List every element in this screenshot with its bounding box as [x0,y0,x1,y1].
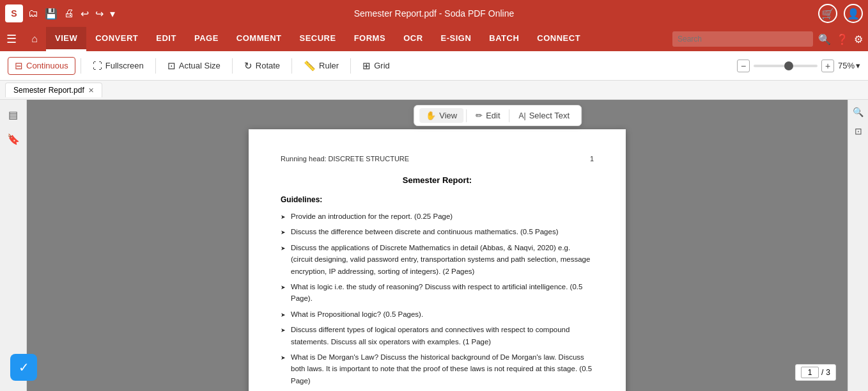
toolbar-divider-1 [81,58,81,74]
toolbar-divider-3 [232,58,233,74]
tab-label: Semester Report.pdf [13,86,84,95]
fullscreen-button[interactable]: ⛶ Fullscreen [86,58,150,74]
menu-item-batch[interactable]: BATCH [480,27,528,51]
continuous-label: Continuous [26,61,68,70]
zoom-out-button[interactable]: − [737,60,750,72]
zoom-level[interactable]: 75% ▾ [838,61,860,70]
zoom-controls: − + 75% ▾ [737,60,860,72]
hand-icon: ✋ [426,111,436,120]
list-item: What is Propositional logic? (0.5 Pages)… [281,308,594,320]
zoom-slider[interactable] [754,65,818,67]
menu-item-convert[interactable]: CONVERT [86,27,147,51]
pdf-section-guidelines: Guidelines: [281,195,594,204]
security-badge[interactable]: ✓ [10,354,37,381]
pdf-page: Running head: DISCRETE STRUCTURE 1 Semes… [249,129,626,391]
float-edit-label: Edit [486,111,500,120]
floating-toolbar: ✋ View ✏ Edit A| Select Text [414,105,582,126]
menu-item-page[interactable]: PAGE [185,27,228,51]
search-area: 🔍 ❓ ⚙ [667,27,868,51]
cart-icon[interactable]: 🛒 [818,4,837,23]
menu-item-forms[interactable]: FORMS [345,27,394,51]
help-icon[interactable]: ❓ [836,33,849,45]
rotate-button[interactable]: ↻ Rotate [238,58,286,74]
main-area: ▤ 🔖 ✋ View ✏ Edit A| Select Text Runnin [0,100,868,391]
print-icon[interactable]: 🖨 [64,8,74,19]
continuous-icon: ⊟ [15,60,23,72]
user-icon[interactable]: 👤 [844,4,863,23]
crop-panel-button[interactable]: ⊡ [851,124,865,138]
list-item: Discuss the difference between discrete … [281,226,594,237]
search-input[interactable] [672,31,813,47]
settings-icon[interactable]: ⚙ [854,33,863,45]
ruler-label: Ruler [319,61,339,70]
app-title: Semester Report.pdf - Soda PDF Online [354,8,515,19]
top-bar: S 🗂 💾 🖨 ↩ ↪ ▾ Semester Report.pdf - Soda… [0,0,868,27]
menu-bar: ☰ ⌂ VIEW CONVERT EDIT PAGE COMMENT SECUR… [0,27,868,51]
float-divider-2 [509,109,510,122]
total-pages: 3 [826,368,830,377]
app-logo[interactable]: S [5,4,23,22]
page-number-input[interactable] [801,367,819,378]
menu-item-view[interactable]: VIEW [46,27,86,51]
ruler-button[interactable]: 📏 Ruler [297,58,345,74]
shield-check-icon: ✓ [19,360,29,375]
fullscreen-label: Fullscreen [105,61,144,70]
rotate-icon: ↻ [244,60,252,72]
dropdown-icon[interactable]: ▾ [110,8,115,20]
float-view-label: View [439,111,457,120]
top-bar-right: 🛒 👤 [818,4,863,23]
save-icon[interactable]: 💾 [45,8,58,20]
actual-size-button[interactable]: ⊡ Actual Size [161,58,227,74]
toolbar-right: − + 75% ▾ [737,60,860,72]
right-panel: 🔍 ⊡ [848,100,868,391]
tab-bar: Semester Report.pdf ✕ [0,81,868,100]
list-item: What is De Morgan's Law? Discuss the his… [281,351,594,387]
tab-semester-report[interactable]: Semester Report.pdf ✕ [5,83,102,97]
pdf-running-head: Running head: DISCRETE STRUCTURE 1 [281,155,594,163]
rotate-label: Rotate [256,61,280,70]
toolbar-divider-4 [291,58,292,74]
search-icon[interactable]: 🔍 [818,33,831,45]
zoom-in-button[interactable]: + [821,60,834,72]
list-item: Discuss different types of logical opera… [281,324,594,347]
float-select-text-label: Select Text [529,111,570,120]
float-select-text-button[interactable]: A| Select Text [513,108,576,123]
undo-icon[interactable]: ↩ [81,8,89,20]
menu-item-comment[interactable]: COMMENT [228,27,291,51]
list-item: Discuss the applications of Discrete Mat… [281,242,594,277]
float-edit-button[interactable]: ✏ Edit [469,108,506,123]
toolbar-divider-5 [350,58,351,74]
menu-item-esign[interactable]: E-SIGN [432,27,481,51]
pencil-icon: ✏ [476,111,483,120]
menu-item-connect[interactable]: CONNECT [528,27,589,51]
hamburger-menu-icon[interactable]: ☰ [0,27,23,51]
thumbnails-button[interactable]: ▤ [4,105,23,124]
list-item: Provide an introduction for the report. … [281,211,594,222]
float-divider-1 [466,109,467,122]
page-separator: / [821,368,823,377]
fullscreen-icon: ⛶ [93,60,102,71]
search-panel-button[interactable]: 🔍 [851,105,865,119]
pdf-guidelines-list: Provide an introduction for the report. … [281,211,594,391]
page-number-display: 1 [590,155,594,163]
redo-icon[interactable]: ↪ [95,8,104,20]
ai-select-text-icon: A| [519,111,526,120]
grid-button[interactable]: ⊞ Grid [356,58,396,74]
left-panel: ▤ 🔖 [0,100,27,391]
home-icon[interactable]: ⌂ [23,27,46,51]
bookmarks-button[interactable]: 🔖 [4,129,23,148]
menu-item-ocr[interactable]: OCR [394,27,431,51]
tab-close-icon[interactable]: ✕ [88,86,94,95]
ruler-icon: 📏 [304,60,316,72]
folder-open-icon[interactable]: 🗂 [28,8,38,19]
grid-icon: ⊞ [362,60,371,72]
list-item: What is logic i.e. the study of reasonin… [281,281,594,305]
float-view-button[interactable]: ✋ View [419,108,463,123]
actual-size-icon: ⊡ [167,60,176,72]
menu-item-secure[interactable]: SECURE [290,27,345,51]
toolbar-divider-2 [155,58,156,74]
grid-label: Grid [374,61,390,70]
menu-item-edit[interactable]: EDIT [147,27,185,51]
toolbar: ⊟ Continuous ⛶ Fullscreen ⊡ Actual Size … [0,51,868,81]
continuous-button[interactable]: ⊟ Continuous [8,57,75,75]
